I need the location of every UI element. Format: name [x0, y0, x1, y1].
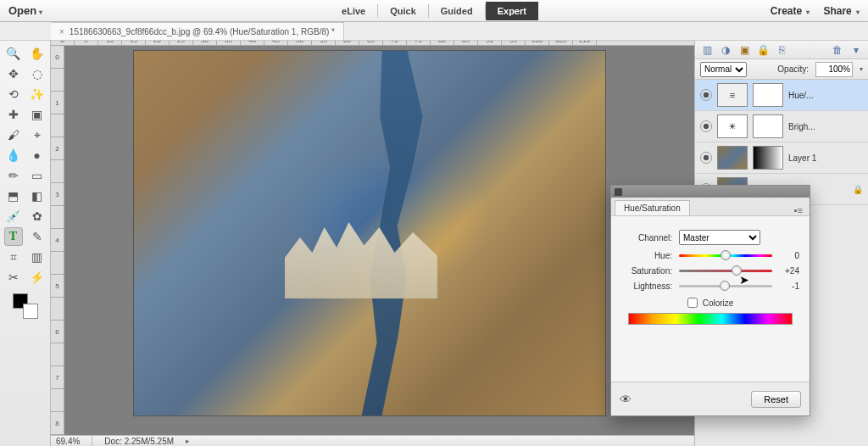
layer-name: Brigh... — [788, 122, 815, 131]
layer-thumb[interactable]: ☀ — [717, 114, 748, 138]
lightness-value: -1 — [779, 282, 799, 291]
hue-slider[interactable] — [679, 250, 772, 260]
open-menu[interactable]: Open▾ — [8, 4, 42, 17]
eraser-icon[interactable]: ▭ — [28, 166, 47, 185]
layer-mask-thumb[interactable] — [753, 114, 783, 138]
lightness-label: Lightness: — [621, 282, 672, 291]
panel-tab-row: Hue/Saturation ▪≡ — [611, 198, 810, 216]
mask-icon[interactable]: ▣ — [737, 43, 751, 57]
opacity-field[interactable] — [815, 62, 853, 77]
lock-icon[interactable]: 🔒 — [756, 43, 770, 57]
chevron-down-icon[interactable]: ▾ — [860, 65, 863, 73]
tab-quick[interactable]: Quick — [378, 2, 428, 20]
chevron-right-icon[interactable]: ▸ — [186, 437, 190, 445]
canvas-viewport[interactable] — [64, 46, 694, 435]
layer-thumb[interactable]: ≡ — [717, 83, 748, 107]
crop-alt-icon[interactable]: ▣ — [28, 105, 47, 124]
move-icon[interactable]: ✥ — [4, 64, 23, 83]
spot-icon[interactable]: ✚ — [4, 105, 23, 124]
marquee-icon[interactable]: ◌ — [28, 64, 47, 83]
hue-value: 0 — [779, 251, 799, 260]
type-icon[interactable]: T — [4, 227, 23, 246]
paint-icon[interactable]: ✏ — [4, 166, 23, 185]
brush-icon[interactable]: 🖌 — [4, 125, 23, 144]
create-menu[interactable]: Create ▾ — [771, 5, 810, 17]
layer-row[interactable]: ≡ Hue/... — [695, 80, 868, 111]
visibility-toggle-icon[interactable] — [700, 120, 712, 132]
document-tab[interactable]: × 15186630663_9cf8f66dcc_b.jpg @ 69.4% (… — [51, 22, 344, 40]
hs-panel-body: Channel: Master Hue: 0 Saturation: +24 L… — [611, 216, 810, 382]
hand-icon[interactable]: ✋ — [28, 44, 47, 63]
panel-menu-icon[interactable]: ▪≡ — [791, 205, 806, 215]
doc-size-readout: Doc: 2.25M/5.25M — [104, 437, 174, 446]
hue-label: Hue: — [621, 251, 672, 260]
mode-tabs: eLive Quick Guided Expert — [330, 2, 538, 20]
zoom-icon[interactable]: 🔍 — [4, 44, 23, 63]
layer-mask-thumb[interactable] — [753, 146, 783, 170]
gradient-icon[interactable]: ◧ — [28, 187, 47, 205]
chevron-down-icon: ▾ — [804, 8, 810, 16]
status-bar: 69.4% Doc: 2.25M/5.25M ▸ — [51, 435, 694, 446]
preview-toggle-icon[interactable]: 👁 — [620, 393, 632, 406]
layer-name: Layer 1 — [788, 153, 816, 163]
crop-icon[interactable]: ⌗ — [4, 248, 23, 266]
open-label: Open — [8, 4, 36, 17]
blend-opacity-row: Normal Opacity: ▾ — [695, 59, 868, 80]
ruler-vertical: 012345678 — [51, 46, 64, 435]
reset-button[interactable]: Reset — [751, 391, 801, 408]
link-icon[interactable]: ⎘ — [775, 43, 788, 57]
layer-thumb[interactable] — [717, 146, 748, 170]
repair-icon[interactable]: ✂ — [4, 268, 23, 287]
bucket-icon[interactable]: ⬒ — [4, 187, 23, 205]
new-layer-icon[interactable]: ▥ — [700, 43, 714, 57]
divider — [92, 436, 92, 446]
bolt-icon[interactable]: ⚡ — [28, 268, 47, 287]
panel-titlebar[interactable] — [611, 186, 810, 198]
blur-drop-icon[interactable]: 💧 — [4, 146, 23, 164]
wand-icon[interactable]: ✨ — [28, 85, 47, 103]
lasso-icon[interactable]: ⟲ — [4, 85, 23, 103]
foreground-background-swatch[interactable] — [13, 293, 38, 319]
lightness-slider[interactable] — [679, 281, 772, 291]
tab-guided[interactable]: Guided — [429, 2, 485, 20]
panel-tab-hs[interactable]: Hue/Saturation — [615, 200, 690, 215]
pen-icon[interactable]: ✎ — [28, 227, 47, 246]
close-icon[interactable] — [615, 188, 622, 196]
eyedrop-icon[interactable]: 💉 — [4, 207, 23, 226]
document-tab-strip: × 15186630663_9cf8f66dcc_b.jpg @ 69.4% (… — [0, 22, 868, 41]
colorize-label: Colorize — [703, 298, 734, 308]
channel-select[interactable]: Master — [679, 230, 760, 245]
colorize-checkbox[interactable] — [687, 298, 698, 308]
panel-menu-icon[interactable]: ▾ — [849, 43, 863, 57]
close-icon[interactable]: × — [59, 27, 64, 36]
saturation-value: +24 — [779, 266, 799, 276]
visibility-toggle-icon[interactable] — [700, 152, 712, 164]
lock-icon: 🔒 — [853, 185, 863, 194]
slice-icon[interactable]: ▥ — [28, 248, 47, 266]
adjustment-icon[interactable]: ◑ — [719, 43, 732, 57]
share-menu[interactable]: Share ▾ — [823, 5, 860, 17]
layer-mask-thumb[interactable] — [753, 83, 783, 107]
canvas-image[interactable] — [134, 51, 605, 415]
sponge-icon[interactable]: ● — [28, 146, 47, 164]
tab-elive[interactable]: eLive — [330, 2, 377, 20]
blend-mode-select[interactable]: Normal — [700, 62, 747, 77]
share-label: Share — [823, 5, 851, 17]
layer-row[interactable]: Layer 1 — [695, 142, 868, 174]
zoom-readout[interactable]: 69.4% — [56, 437, 80, 446]
saturation-slider[interactable] — [679, 265, 772, 276]
chevron-down-icon: ▾ — [39, 8, 42, 16]
visibility-toggle-icon[interactable] — [700, 89, 712, 101]
opacity-label: Opacity: — [777, 64, 809, 74]
document-tab-title: 15186630663_9cf8f66dcc_b.jpg @ 69.4% (Hu… — [70, 27, 335, 36]
saturation-label: Saturation: — [621, 266, 672, 276]
trash-icon[interactable]: 🗑 — [831, 43, 844, 57]
layer-name: Hue/... — [788, 91, 813, 100]
shape-icon[interactable]: ✿ — [28, 207, 47, 226]
layer-row[interactable]: ☀ Brigh... — [695, 111, 868, 142]
hue-saturation-panel[interactable]: Hue/Saturation ▪≡ Channel: Master Hue: 0… — [610, 185, 810, 416]
tab-expert[interactable]: Expert — [486, 2, 538, 20]
hs-panel-footer: 👁 Reset — [611, 382, 810, 415]
chevron-down-icon: ▾ — [854, 8, 860, 16]
clone-icon[interactable]: ⌖ — [28, 125, 47, 144]
